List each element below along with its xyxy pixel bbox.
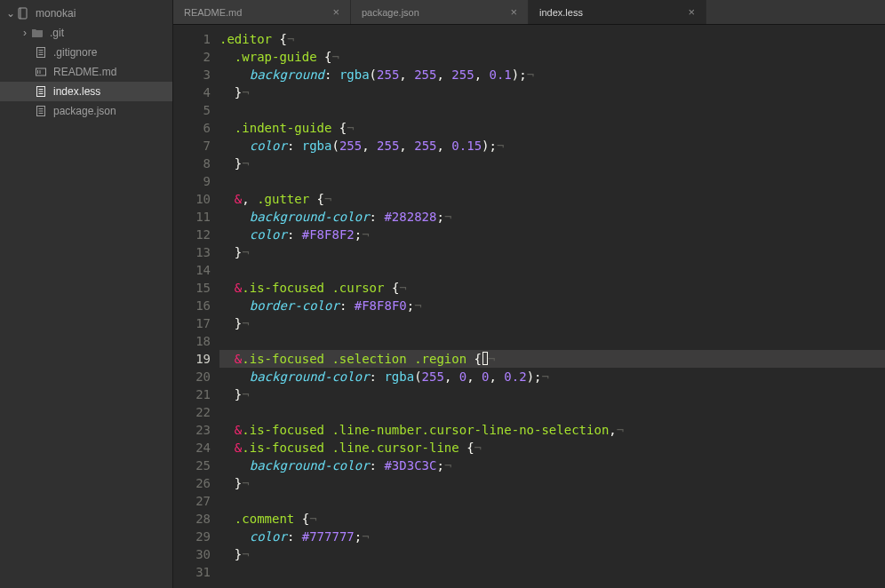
code-editor[interactable]: 1234567891011121314151617181920212223242… — [173, 25, 885, 588]
line-number: 2 — [173, 48, 211, 66]
token-punct: { — [466, 352, 482, 366]
tab-index-less[interactable]: index.less × — [529, 0, 706, 24]
code-line[interactable]: &.is-focused .cursor {¬ — [219, 279, 885, 297]
token-invis: ¬ — [242, 387, 249, 401]
code-line[interactable]: .indent-guide {¬ — [219, 119, 885, 137]
code-line[interactable]: &.is-focused .line.cursor-line {¬ — [219, 439, 885, 457]
line-number: 27 — [173, 492, 211, 510]
token-punct: { — [331, 121, 347, 135]
file-icon — [34, 84, 48, 99]
token-punct: { — [384, 281, 399, 295]
token-punct: ; — [407, 298, 414, 313]
code-content[interactable]: .editor {¬ .wrap-guide {¬ background: rg… — [219, 30, 885, 588]
code-line[interactable]: &.is-focused .selection .region {¬ — [219, 350, 885, 368]
tree-item-file[interactable]: README.md — [0, 62, 172, 82]
token-punct — [219, 139, 250, 153]
code-line[interactable]: &, .gutter {¬ — [219, 190, 885, 208]
token-invis: ¬ — [242, 156, 249, 171]
file-icon — [34, 104, 48, 118]
token-punct: , — [399, 139, 414, 153]
line-number: 28 — [173, 510, 211, 528]
code-line[interactable] — [219, 492, 885, 510]
code-line[interactable]: background: rgba(255, 255, 255, 0.1);¬ — [219, 66, 885, 83]
tree-item-label: README.md — [53, 66, 116, 78]
close-icon[interactable]: × — [325, 5, 339, 19]
code-line[interactable]: color: rgba(255, 255, 255, 0.15);¬ — [219, 137, 885, 155]
token-invis: ¬ — [362, 227, 369, 242]
token-punct: , — [466, 369, 482, 384]
code-line[interactable]: background-color: rgba(255, 0, 0, 0.2);¬ — [219, 368, 885, 385]
code-line[interactable]: background-color: #3D3C3C;¬ — [219, 457, 885, 474]
line-number: 26 — [173, 474, 211, 492]
line-number: 29 — [173, 528, 211, 545]
code-line[interactable] — [219, 101, 885, 119]
token-punct — [219, 441, 235, 455]
code-line[interactable]: background-color: #282828;¬ — [219, 208, 885, 226]
line-number: 5 — [173, 101, 211, 119]
close-icon[interactable]: × — [681, 5, 695, 19]
tab-bar-filler — [706, 0, 885, 24]
token-num: 0.15 — [451, 139, 482, 153]
token-punct: } — [219, 156, 242, 171]
tree-item-label: .gitignore — [53, 46, 97, 59]
tab-label: index.less — [539, 7, 583, 18]
token-punct: : — [370, 210, 385, 224]
tab-readme[interactable]: README.md × — [173, 0, 351, 24]
token-invis: ¬ — [488, 352, 495, 366]
repo-icon — [16, 6, 30, 20]
code-line[interactable]: color: #777777;¬ — [219, 528, 885, 545]
token-punct — [219, 352, 235, 366]
token-punct: } — [219, 547, 242, 561]
line-number: 13 — [173, 243, 211, 261]
code-line[interactable]: }¬ — [219, 545, 885, 563]
tree-item-file[interactable]: package.json — [0, 101, 172, 121]
token-punct: : — [370, 458, 385, 473]
line-number: 24 — [173, 439, 211, 457]
token-punct: } — [219, 476, 242, 490]
code-line[interactable]: .editor {¬ — [219, 30, 885, 48]
code-line[interactable] — [219, 172, 885, 190]
token-punct: { — [272, 32, 287, 46]
code-line[interactable] — [219, 563, 885, 581]
code-line[interactable]: border-color: #F8F8F0;¬ — [219, 297, 885, 314]
token-num: 255 — [414, 68, 436, 82]
token-punct: : — [339, 298, 355, 313]
code-line[interactable]: }¬ — [219, 243, 885, 261]
code-line[interactable]: }¬ — [219, 314, 885, 332]
code-line[interactable] — [219, 332, 885, 350]
code-line[interactable]: color: #F8F8F2;¬ — [219, 226, 885, 243]
token-invis: ¬ — [474, 441, 482, 455]
tree-root[interactable]: ⌄ monokai — [0, 4, 172, 23]
line-number: 25 — [173, 457, 211, 474]
token-punct: , — [489, 369, 504, 384]
token-punct: : — [287, 139, 302, 153]
line-number: 22 — [173, 403, 211, 421]
tab-package-json[interactable]: package.json × — [351, 0, 529, 24]
tree-item-file[interactable]: index.less — [0, 82, 172, 101]
code-line[interactable] — [219, 403, 885, 421]
token-punct: , — [437, 139, 452, 153]
code-line[interactable]: .wrap-guide {¬ — [219, 48, 885, 66]
line-number: 11 — [173, 208, 211, 226]
token-prop: color — [250, 139, 287, 153]
code-line[interactable]: }¬ — [219, 83, 885, 101]
code-line[interactable] — [219, 261, 885, 279]
tree-item-file[interactable]: .gitignore — [0, 43, 172, 62]
app-root: ⌄ monokai › .git .gitignore README.md — [0, 0, 885, 588]
token-punct: , — [362, 139, 377, 153]
token-punct: } — [219, 387, 242, 401]
tree-item-label: .git — [50, 27, 64, 39]
token-sel: .wrap-guide — [235, 50, 317, 64]
token-punct — [219, 192, 235, 206]
code-line[interactable]: .comment {¬ — [219, 510, 885, 528]
folder-icon — [30, 26, 44, 40]
line-number: 12 — [173, 226, 211, 243]
line-number: 10 — [173, 190, 211, 208]
code-line[interactable]: &.is-focused .line-number.cursor-line-no… — [219, 421, 885, 439]
code-line[interactable]: }¬ — [219, 385, 885, 403]
code-line[interactable]: }¬ — [219, 155, 885, 172]
close-icon[interactable]: × — [503, 5, 517, 19]
tree-item-folder[interactable]: › .git — [0, 23, 172, 43]
code-line[interactable]: }¬ — [219, 474, 885, 492]
token-prop: background-color — [250, 458, 370, 473]
